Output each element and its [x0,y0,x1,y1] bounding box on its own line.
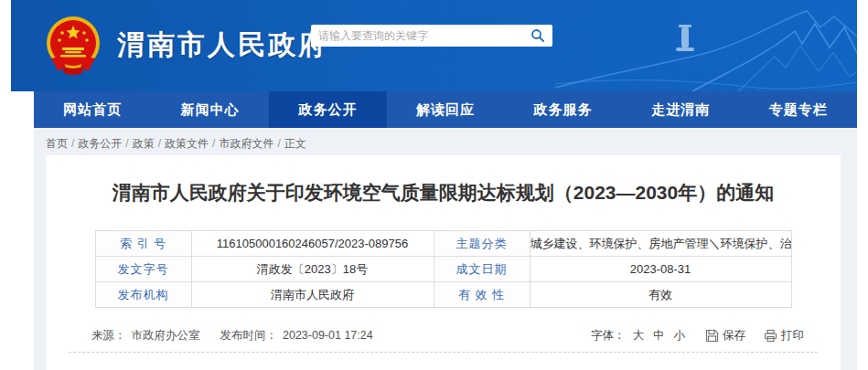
breadcrumb-policy[interactable]: 政策 [133,137,155,150]
meta-value-validity: 有效 [530,282,791,308]
document-meta-table: 索 引 号 116105000160246057/2023-089756 主题分… [95,230,792,308]
nav-item-gov-affairs[interactable]: 政务公开 [269,91,387,128]
meta-label-doc-number: 发文字号 [95,257,191,282]
publish-time-value: 2023-09-01 17:24 [283,329,373,342]
save-button[interactable]: 保存 [705,328,745,344]
print-icon [764,329,777,343]
source-info: 来源：市政府办公室发布时间：2023-09-01 17:24 [91,328,379,344]
nav-item-interpretation[interactable]: 解读回应 [387,91,505,128]
breadcrumb-home[interactable]: 首页 [46,137,68,150]
nav-item-services[interactable]: 政务服务 [504,91,622,128]
dashed-divider [69,352,818,353]
header-banner: 渭南市人民政府 [11,0,857,91]
site-logo-link[interactable]: 渭南市人民政府 [44,15,328,75]
nav-item-home[interactable]: 网站首页 [34,91,152,128]
document-info-row: 来源：市政府办公室发布时间：2023-09-01 17:24 字体： 大 中 小… [46,328,841,344]
font-size-small-button[interactable]: 小 [674,328,686,344]
breadcrumb: 首页/政务公开/政策/政策文件/市政府文件/正文 [34,128,857,152]
content-area: 首页/政务公开/政策/政策文件/市政府文件/正文 渭南市人民政府关于印发环境空气… [34,128,857,370]
nav-item-news[interactable]: 新闻中心 [152,91,270,128]
meta-value-doc-number: 渭政发〔2023〕18号 [191,257,434,282]
meta-label-issuing-agency: 发布机构 [95,282,191,308]
meta-value-index-no: 116105000160246057/2023-089756 [191,231,434,257]
source-value: 市政府办公室 [132,329,200,342]
meta-value-issue-date: 2023-08-31 [530,257,791,282]
nav-item-about-weinan[interactable]: 走进渭南 [622,91,740,128]
font-size-label: 字体： [591,328,626,344]
save-button-label: 保存 [723,328,745,344]
document-card: 渭南市人民政府关于印发环境空气质量限期达标规划（2023—2030年）的通知 索… [46,155,841,370]
print-button[interactable]: 打印 [764,328,804,344]
meta-label-index-no: 索 引 号 [95,231,191,257]
pagoda-icon [676,25,694,51]
document-title: 渭南市人民政府关于印发环境空气质量限期达标规划（2023—2030年）的通知 [46,179,841,206]
breadcrumb-policy-docs[interactable]: 政策文件 [165,137,209,150]
breadcrumb-current: 正文 [284,137,306,150]
font-size-medium-button[interactable]: 中 [653,328,665,344]
table-row: 索 引 号 116105000160246057/2023-089756 主题分… [95,231,791,257]
mountain-artwork-icon [555,0,857,91]
search-box [311,25,552,47]
search-input[interactable] [318,29,530,42]
breadcrumb-city-gov-docs[interactable]: 市政府文件 [219,137,273,150]
page-tools: 字体： 大 中 小 保存 [591,328,804,344]
meta-label-topic-category: 主题分类 [434,231,530,257]
meta-value-topic-category: 城乡建设、环境保护、房地产管理＼环境保护、治理 [530,231,791,257]
breadcrumb-gov-affairs[interactable]: 政务公开 [78,137,122,150]
meta-value-issuing-agency: 渭南市人民政府 [191,282,434,308]
national-emblem-icon [44,15,102,75]
search-icon[interactable] [530,28,545,43]
save-icon [705,329,719,343]
nav-item-special-topics[interactable]: 专题专栏 [739,91,857,128]
site-name: 渭南市人民政府 [117,26,328,64]
source-label: 来源： [91,329,126,342]
table-row: 发文字号 渭政发〔2023〕18号 成文日期 2023-08-31 [95,257,791,282]
meta-label-issue-date: 成文日期 [434,257,530,282]
table-row: 发布机构 渭南市人民政府 有 效 性 有效 [95,282,791,308]
meta-label-validity: 有 效 性 [434,282,530,308]
font-size-large-button[interactable]: 大 [633,328,645,344]
print-button-label: 打印 [781,328,804,344]
main-nav: 网站首页 新闻中心 政务公开 解读回应 政务服务 走进渭南 专题专栏 [34,91,857,128]
publish-time-label: 发布时间： [220,329,278,342]
